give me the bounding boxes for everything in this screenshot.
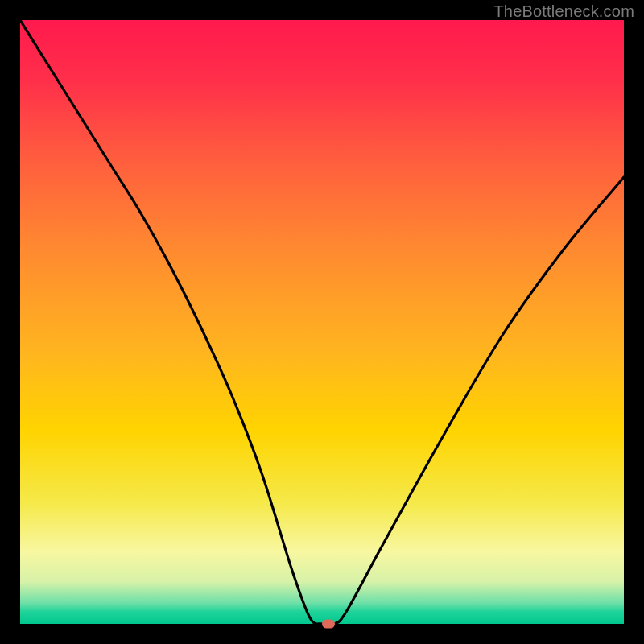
chart-frame: TheBottleneck.com bbox=[0, 0, 644, 644]
watermark-text: TheBottleneck.com bbox=[493, 2, 634, 21]
bottleneck-curve bbox=[20, 20, 624, 624]
optimum-marker bbox=[322, 620, 335, 629]
plot-area bbox=[20, 20, 624, 624]
